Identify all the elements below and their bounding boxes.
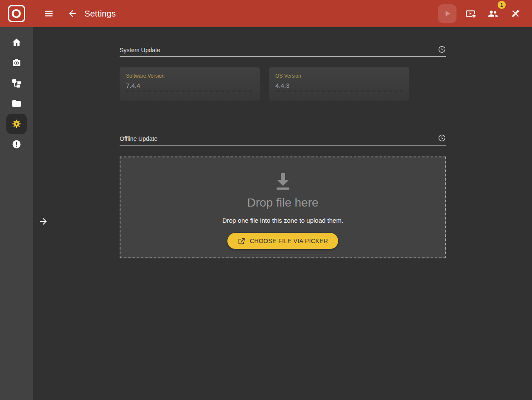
camera-icon [11, 58, 22, 68]
os-version-label: OS Version [275, 73, 403, 79]
header-actions: 1 [438, 4, 532, 23]
menu-button[interactable] [41, 6, 56, 21]
main-content: System Update Software Version 7.4.4 OS … [34, 27, 532, 400]
choose-file-button[interactable]: CHOOSE FILE VIA PICKER [227, 233, 339, 249]
download-icon [273, 171, 293, 192]
construction-icon [510, 8, 521, 19]
people-icon [487, 8, 499, 20]
sidebar-item-camera[interactable] [6, 53, 27, 73]
arrow-right-icon [38, 216, 48, 227]
settings-gear-icon [11, 119, 22, 129]
back-button[interactable] [65, 6, 80, 21]
app-logo[interactable]: O [0, 0, 33, 27]
update-icon [438, 45, 446, 53]
notification-badge: 1 [498, 1, 506, 9]
os-version-card: OS Version 4.4.3 [269, 67, 409, 101]
sidebar [0, 27, 33, 400]
offline-update-title: Offline Update [120, 135, 157, 142]
update-icon [438, 134, 446, 142]
video-settings-button[interactable] [462, 6, 479, 22]
home-icon [11, 37, 22, 48]
dropzone-hint: Drop one file into this zone to upload t… [222, 217, 343, 224]
dropzone-title: Drop file here [247, 196, 318, 210]
device-tree-icon [11, 78, 22, 88]
menu-icon [44, 8, 54, 19]
play-icon [442, 8, 452, 19]
construction-button[interactable] [507, 6, 524, 22]
file-dropzone[interactable]: Drop file here Drop one file into this z… [120, 157, 446, 258]
sidebar-item-home[interactable] [6, 32, 27, 53]
sidebar-item-settings[interactable] [6, 114, 27, 134]
open-in-new-icon [238, 237, 246, 245]
arrow-back-icon [67, 8, 78, 19]
sidebar-item-devices[interactable] [6, 73, 27, 93]
sidebar-expand-button[interactable] [36, 215, 50, 229]
offline-update-refresh-button[interactable] [438, 134, 446, 142]
logo-frame-icon: O [8, 5, 25, 22]
page-title: Settings [84, 9, 116, 19]
os-version-value: 4.4.3 [275, 82, 403, 91]
system-update-title: System Update [120, 47, 160, 53]
error-icon [11, 139, 22, 149]
software-version-label: Software Version [126, 73, 253, 79]
system-update-header: System Update [120, 45, 446, 57]
users-button-wrap: 1 [484, 5, 501, 22]
choose-file-button-label: CHOOSE FILE VIA PICKER [250, 238, 328, 244]
offline-update-header: Offline Update [120, 134, 446, 145]
software-version-card: Software Version 7.4.4 [120, 67, 260, 101]
folder-icon [11, 98, 22, 109]
sidebar-item-errors[interactable] [6, 134, 27, 154]
app-header: O Settings [0, 0, 532, 27]
software-version-value: 7.4.4 [126, 82, 253, 91]
logo-letter: O [11, 7, 21, 20]
video-settings-icon [465, 8, 476, 19]
play-button-disabled [438, 4, 456, 23]
system-update-refresh-button[interactable] [438, 45, 446, 53]
version-cards: Software Version 7.4.4 OS Version 4.4.3 [120, 67, 446, 101]
sidebar-item-files[interactable] [6, 93, 27, 114]
